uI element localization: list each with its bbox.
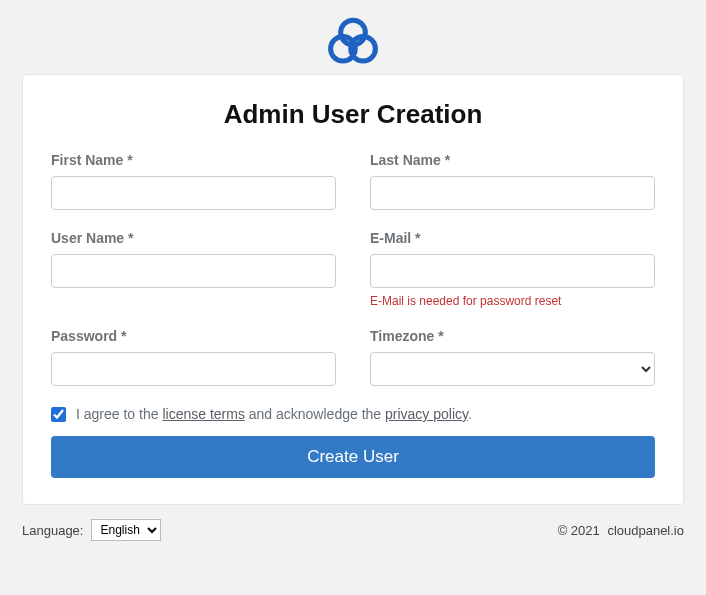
page-title: Admin User Creation	[51, 99, 655, 130]
app-logo	[325, 14, 381, 70]
language-label: Language:	[22, 523, 83, 538]
create-user-button[interactable]: Create User	[51, 436, 655, 478]
email-label: E-Mail *	[370, 230, 655, 246]
agree-text: I agree to the license terms and acknowl…	[76, 406, 472, 422]
email-hint: E-Mail is needed for password reset	[370, 294, 655, 308]
password-label: Password *	[51, 328, 336, 344]
timezone-select[interactable]	[370, 352, 655, 386]
agree-text-post: .	[468, 406, 472, 422]
user-name-input[interactable]	[51, 254, 336, 288]
email-input[interactable]	[370, 254, 655, 288]
timezone-label: Timezone *	[370, 328, 655, 344]
user-name-label: User Name *	[51, 230, 336, 246]
first-name-label: First Name *	[51, 152, 336, 168]
last-name-input[interactable]	[370, 176, 655, 210]
page-footer: Language: English © 2021 cloudpanel.io	[22, 519, 684, 541]
last-name-label: Last Name *	[370, 152, 655, 168]
privacy-policy-link[interactable]: privacy policy	[385, 406, 468, 422]
cloudpanel-logo-icon	[325, 14, 381, 70]
license-terms-link[interactable]: license terms	[162, 406, 244, 422]
language-select[interactable]: English	[91, 519, 161, 541]
agree-checkbox[interactable]	[51, 407, 66, 422]
agree-text-mid: and acknowledge the	[245, 406, 385, 422]
site-link[interactable]: cloudpanel.io	[607, 523, 684, 538]
copyright-text: © 2021	[558, 523, 600, 538]
password-input[interactable]	[51, 352, 336, 386]
first-name-input[interactable]	[51, 176, 336, 210]
admin-create-card: Admin User Creation First Name * Last Na…	[22, 74, 684, 505]
agree-text-pre: I agree to the	[76, 406, 162, 422]
